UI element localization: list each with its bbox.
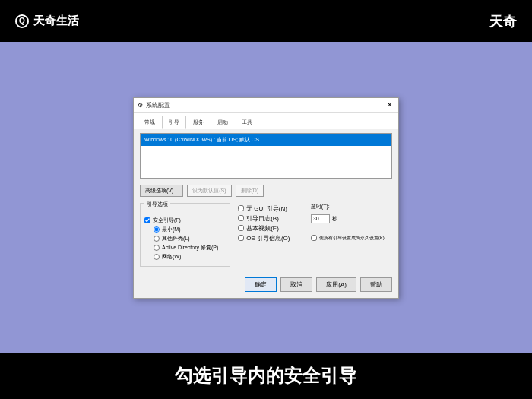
network-row[interactable]: 网络(W)	[154, 253, 226, 261]
minimal-radio[interactable]	[154, 226, 160, 233]
tab-bar: 常规 引导 服务 启动 工具	[134, 113, 398, 129]
msconfig-dialog: ⚙ 系统配置 ✕ 常规 引导 服务 启动 工具 Windows 10 (C:\W…	[133, 97, 399, 299]
timeout-row: 超时(T):	[311, 203, 392, 211]
safe-boot-row[interactable]: 安全引导(F)	[144, 217, 226, 224]
delete-button: 删除(D)	[236, 185, 264, 197]
os-list[interactable]: Windows 10 (C:\WINDOWS) : 当前 OS; 默认 OS	[140, 133, 392, 179]
safe-boot-checkbox[interactable]	[144, 217, 150, 223]
timeout-input[interactable]	[311, 214, 330, 223]
ad-repair-radio[interactable]	[154, 245, 160, 251]
options-area: 引导选项 安全引导(F) 最小(M) 其他外壳(L)	[140, 203, 392, 267]
no-gui-checkbox[interactable]	[238, 205, 244, 211]
safe-boot-sub-options: 最小(M) 其他外壳(L) Active Directory 修复(P) 网络(…	[154, 226, 226, 261]
boot-log-checkbox[interactable]	[238, 215, 244, 221]
os-boot-info-checkbox[interactable]	[238, 235, 244, 241]
help-button[interactable]: 帮助	[360, 277, 392, 292]
right-column: 超时(T): 秒 使所有引导设置成为永久设置(K)	[311, 203, 392, 267]
boot-log-row[interactable]: 引导日志(B)	[238, 214, 303, 223]
os-boot-info-row[interactable]: OS 引导信息(O)	[238, 234, 303, 242]
dialog-titlebar: ⚙ 系统配置 ✕	[134, 98, 398, 113]
tab-tools[interactable]: 工具	[235, 116, 259, 129]
boot-options-title: 引导选项	[144, 201, 170, 208]
set-default-button: 设为默认值(S)	[187, 185, 231, 197]
timeout-input-row: 秒	[311, 214, 392, 223]
tab-boot[interactable]: 引导	[162, 116, 186, 129]
minimal-row[interactable]: 最小(M)	[154, 226, 226, 233]
boot-options-group: 引导选项 安全引导(F) 最小(M) 其他外壳(L)	[140, 203, 230, 267]
brand-name: 天奇生活	[33, 14, 79, 28]
alt-shell-row[interactable]: 其他外壳(L)	[154, 235, 226, 242]
tab-general[interactable]: 常规	[138, 116, 162, 129]
advanced-options-button[interactable]: 高级选项(V)...	[140, 185, 183, 197]
network-radio[interactable]	[154, 254, 160, 260]
top-right-text: 天奇	[489, 12, 517, 30]
tab-startup[interactable]: 启动	[211, 116, 235, 129]
os-button-row: 高级选项(V)... 设为默认值(S) 删除(D)	[134, 182, 398, 199]
middle-options: 无 GUI 引导(N) 引导日志(B) 基本视频(E) OS 引导信息(O)	[238, 203, 303, 267]
alt-shell-radio[interactable]	[154, 236, 160, 242]
permanent-checkbox[interactable]	[311, 235, 317, 241]
apply-button[interactable]: 应用(A)	[316, 277, 356, 292]
top-bar: Q 天奇生活 天奇	[0, 0, 532, 42]
ad-repair-row[interactable]: Active Directory 修复(P)	[154, 244, 226, 252]
brand-logo: Q 天奇生活	[15, 14, 79, 28]
close-button[interactable]: ✕	[385, 100, 394, 109]
logo-q-icon: Q	[15, 14, 29, 28]
dialog-button-row: 确定 取消 应用(A) 帮助	[134, 271, 398, 298]
desktop-background: ⚙ 系统配置 ✕ 常规 引导 服务 启动 工具 Windows 10 (C:\W…	[0, 42, 532, 353]
video-subtitle: 勾选引导内的安全引导	[0, 363, 532, 388]
permanent-row[interactable]: 使所有引导设置成为永久设置(K)	[311, 235, 392, 242]
cancel-button[interactable]: 取消	[280, 277, 312, 292]
dialog-icon: ⚙	[138, 102, 143, 109]
base-video-row[interactable]: 基本视频(E)	[238, 224, 303, 233]
os-entry[interactable]: Windows 10 (C:\WINDOWS) : 当前 OS; 默认 OS	[141, 134, 391, 146]
no-gui-row[interactable]: 无 GUI 引导(N)	[238, 204, 303, 213]
tab-services[interactable]: 服务	[186, 116, 211, 129]
dialog-title: ⚙ 系统配置	[138, 101, 170, 109]
ok-button[interactable]: 确定	[245, 277, 277, 292]
base-video-checkbox[interactable]	[238, 225, 244, 231]
